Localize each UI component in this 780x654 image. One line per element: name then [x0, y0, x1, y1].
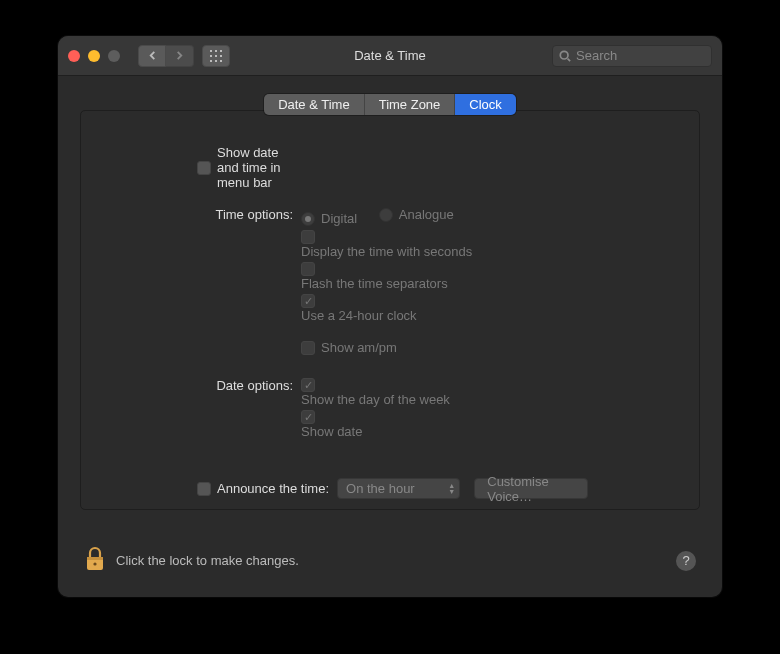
svg-rect-0: [210, 50, 212, 52]
display-seconds-checkbox[interactable]: Display the time with seconds: [301, 230, 679, 259]
checkbox-icon: [197, 161, 211, 175]
search-placeholder: Search: [576, 48, 617, 63]
titlebar: Date & Time Search: [58, 36, 722, 76]
help-button[interactable]: ?: [676, 551, 696, 571]
date-options-label: Date options:: [101, 378, 301, 393]
show-date-checkbox[interactable]: Show date: [301, 410, 679, 439]
search-field[interactable]: Search: [552, 45, 712, 67]
checkbox-icon: [301, 294, 315, 308]
svg-rect-7: [215, 60, 217, 62]
preferences-window: Date & Time Search Date & Time Time Zone…: [58, 36, 722, 597]
svg-line-10: [568, 58, 571, 61]
chevron-updown-icon: ▲▼: [448, 483, 455, 495]
nav-buttons: [138, 45, 194, 67]
show-all-button[interactable]: [202, 45, 230, 67]
checkbox-icon: [301, 410, 315, 424]
checkbox-icon: [301, 378, 315, 392]
svg-rect-1: [215, 50, 217, 52]
checkbox-icon: [197, 482, 211, 496]
svg-rect-5: [220, 55, 222, 57]
customise-voice-button[interactable]: Customise Voice…: [474, 478, 588, 499]
svg-point-9: [560, 51, 568, 59]
announce-interval-select[interactable]: On the hour ▲▼: [337, 478, 460, 499]
traffic-lights: [68, 50, 120, 62]
digital-radio[interactable]: Digital: [301, 211, 357, 226]
tab-time-zone[interactable]: Time Zone: [365, 94, 456, 115]
svg-rect-6: [210, 60, 212, 62]
svg-rect-3: [210, 55, 212, 57]
search-icon: [559, 50, 571, 62]
checkbox-icon: [301, 230, 315, 244]
content-area: Date & Time Time Zone Clock Show date an…: [58, 76, 722, 597]
use-24h-checkbox[interactable]: Use a 24-hour clock: [301, 294, 679, 323]
checkbox-icon: [301, 341, 315, 355]
svg-point-13: [93, 562, 96, 565]
svg-rect-4: [215, 55, 217, 57]
tab-date-time[interactable]: Date & Time: [264, 94, 365, 115]
show-dow-checkbox[interactable]: Show the day of the week: [301, 378, 679, 407]
svg-rect-12: [87, 557, 103, 560]
flash-separators-checkbox[interactable]: Flash the time separators: [301, 262, 679, 291]
lock-text: Click the lock to make changes.: [116, 553, 299, 568]
checkbox-icon: [301, 262, 315, 276]
show-ampm-checkbox[interactable]: Show am/pm: [301, 340, 397, 355]
time-options-label: Time options:: [101, 207, 301, 222]
announce-time-checkbox[interactable]: Announce the time:: [197, 481, 329, 496]
tab-clock[interactable]: Clock: [455, 94, 516, 115]
analogue-radio[interactable]: Analogue: [379, 207, 454, 222]
svg-rect-2: [220, 50, 222, 52]
forward-button[interactable]: [166, 45, 194, 67]
zoom-button[interactable]: [108, 50, 120, 62]
tabs: Date & Time Time Zone Clock: [80, 94, 700, 115]
svg-rect-8: [220, 60, 222, 62]
minimize-button[interactable]: [88, 50, 100, 62]
radio-icon: [379, 208, 393, 222]
radio-icon: [301, 212, 315, 226]
footer: Click the lock to make changes. ?: [80, 532, 700, 585]
close-button[interactable]: [68, 50, 80, 62]
clock-panel: Show date and time in menu bar Time opti…: [80, 110, 700, 510]
lock-icon[interactable]: [84, 546, 106, 575]
back-button[interactable]: [138, 45, 166, 67]
show-menubar-checkbox[interactable]: Show date and time in menu bar: [197, 145, 293, 190]
